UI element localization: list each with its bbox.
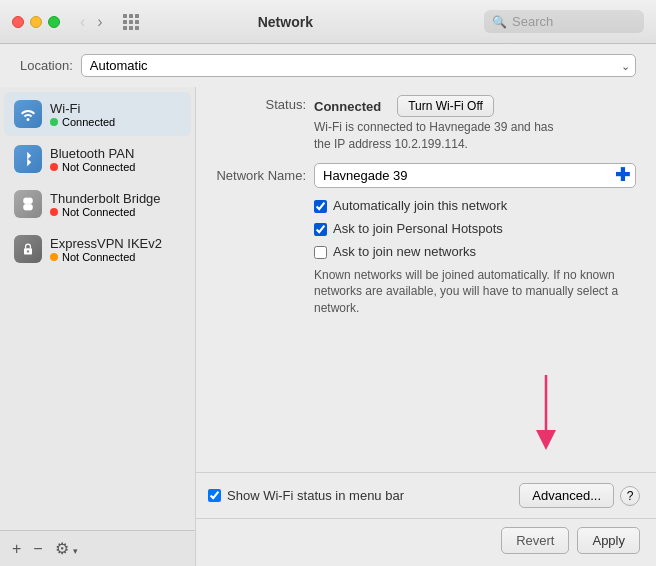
sidebar-item-bluetooth[interactable]: Bluetooth PAN Not Connected: [4, 137, 191, 181]
final-buttons: Revert Apply: [196, 518, 656, 566]
back-button[interactable]: ‹: [76, 11, 89, 33]
ask-new-networks-checkbox[interactable]: [314, 246, 327, 259]
auto-join-row: Automatically join this network: [314, 198, 636, 213]
titlebar: ‹ › Network 🔍: [0, 0, 656, 44]
location-select-wrapper: Automatic ⌄: [81, 54, 636, 77]
sidebar-item-thunderbolt[interactable]: Thunderbolt Bridge Not Connected: [4, 182, 191, 226]
bottom-row: Show Wi-Fi status in menu bar Advanced..…: [196, 472, 656, 518]
bluetooth-status: Not Connected: [50, 161, 135, 173]
bluetooth-icon: [14, 145, 42, 173]
expressvpn-info: ExpressVPN IKEv2 Not Connected: [50, 236, 162, 263]
annotation-arrow: [516, 370, 576, 450]
wifi-name: Wi-Fi: [50, 101, 115, 116]
expressvpn-name: ExpressVPN IKEv2: [50, 236, 162, 251]
maximize-button[interactable]: [48, 16, 60, 28]
sidebar-item-wifi[interactable]: Wi-Fi Connected: [4, 92, 191, 136]
sidebar-list: Wi-Fi Connected Blue: [0, 87, 195, 530]
expressvpn-status-dot: [50, 253, 58, 261]
bottom-right-buttons: Advanced... ?: [519, 483, 640, 508]
show-wifi-checkbox[interactable]: [208, 489, 221, 502]
window-body: Location: Automatic ⌄ Wi-Fi: [0, 44, 656, 566]
location-area: Location: Automatic ⌄: [0, 44, 656, 87]
wifi-status-dot: [50, 118, 58, 126]
known-networks-note: Known networks will be joined automatica…: [314, 267, 624, 317]
status-value: Connected: [314, 99, 381, 114]
thunderbolt-info: Thunderbolt Bridge Not Connected: [50, 191, 161, 218]
arrow-container: [216, 327, 636, 460]
add-network-button[interactable]: +: [8, 538, 25, 560]
vpn-icon: [14, 235, 42, 263]
thunderbolt-status-dot: [50, 208, 58, 216]
location-select[interactable]: Automatic: [81, 54, 636, 77]
status-description: Wi-Fi is connected to Havnegade 39 and h…: [314, 119, 554, 153]
remove-network-button[interactable]: −: [29, 538, 46, 560]
turn-wifi-off-button[interactable]: Turn Wi-Fi Off: [397, 95, 494, 117]
right-panel: Status: Connected Turn Wi-Fi Off Wi-Fi i…: [196, 87, 656, 566]
checkboxes-area: Automatically join this network Ask to j…: [216, 198, 636, 317]
thunderbolt-name: Thunderbolt Bridge: [50, 191, 161, 206]
bluetooth-info: Bluetooth PAN Not Connected: [50, 146, 135, 173]
bluetooth-name: Bluetooth PAN: [50, 146, 135, 161]
advanced-button[interactable]: Advanced...: [519, 483, 614, 508]
network-name-wrapper: Havnegade 39 ✚: [314, 163, 636, 188]
window-title: Network: [95, 14, 476, 30]
ask-new-networks-label: Ask to join new networks: [333, 244, 476, 259]
auto-join-checkbox[interactable]: [314, 200, 327, 213]
ask-hotspots-row: Ask to join Personal Hotspots: [314, 221, 636, 236]
apply-button[interactable]: Apply: [577, 527, 640, 554]
wifi-status: Connected: [50, 116, 115, 128]
sidebar: Wi-Fi Connected Blue: [0, 87, 196, 566]
wifi-icon: [14, 100, 42, 128]
ask-hotspots-label: Ask to join Personal Hotspots: [333, 221, 503, 236]
chevron-down-icon: ▾: [73, 546, 78, 556]
network-name-select[interactable]: Havnegade 39: [314, 163, 636, 188]
thunderbolt-icon: [14, 190, 42, 218]
network-name-label: Network Name:: [216, 168, 306, 183]
status-row: Status: Connected Turn Wi-Fi Off Wi-Fi i…: [216, 95, 636, 153]
status-info-block: Connected Turn Wi-Fi Off Wi-Fi is connec…: [314, 95, 554, 153]
ask-hotspots-checkbox[interactable]: [314, 223, 327, 236]
traffic-lights: [12, 16, 60, 28]
network-name-row: Network Name: Havnegade 39 ✚: [216, 163, 636, 188]
location-label: Location:: [20, 58, 73, 73]
status-label: Status:: [216, 95, 306, 112]
gear-icon: ⚙: [55, 540, 69, 557]
svg-point-3: [26, 204, 32, 210]
thunderbolt-status: Not Connected: [50, 206, 161, 218]
network-actions-button[interactable]: ⚙ ▾: [51, 537, 82, 560]
search-icon: 🔍: [492, 15, 507, 29]
svg-point-1: [26, 198, 32, 204]
bluetooth-status-dot: [50, 163, 58, 171]
search-input[interactable]: [512, 14, 632, 29]
sidebar-item-expressvpn[interactable]: ExpressVPN IKEv2 Not Connected: [4, 227, 191, 271]
auto-join-label: Automatically join this network: [333, 198, 507, 213]
wifi-info: Wi-Fi Connected: [50, 101, 115, 128]
show-wifi-row: Show Wi-Fi status in menu bar: [208, 488, 404, 503]
panel-content: Status: Connected Turn Wi-Fi Off Wi-Fi i…: [196, 87, 656, 472]
content-area: Wi-Fi Connected Blue: [0, 87, 656, 566]
revert-button[interactable]: Revert: [501, 527, 569, 554]
help-button[interactable]: ?: [620, 486, 640, 506]
expressvpn-status: Not Connected: [50, 251, 162, 263]
sidebar-bottom: + − ⚙ ▾: [0, 530, 195, 566]
svg-point-5: [27, 250, 29, 252]
minimize-button[interactable]: [30, 16, 42, 28]
ask-new-networks-row: Ask to join new networks: [314, 244, 636, 259]
search-box[interactable]: 🔍: [484, 10, 644, 33]
show-wifi-label: Show Wi-Fi status in menu bar: [227, 488, 404, 503]
close-button[interactable]: [12, 16, 24, 28]
